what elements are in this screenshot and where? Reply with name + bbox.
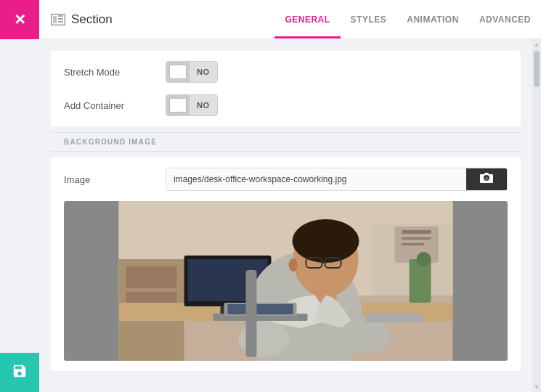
- image-path-input[interactable]: [166, 168, 466, 190]
- scroll-up-arrow[interactable]: ▲: [534, 41, 540, 48]
- svg-rect-9: [126, 266, 177, 288]
- content-wrap: Stretch Mode NO Add Container: [39, 39, 532, 392]
- image-section: Image: [51, 158, 521, 371]
- image-row: Image: [64, 168, 508, 191]
- tabs: GENERAL STYLES ANIMATION ADVANCED: [274, 0, 541, 38]
- svg-point-31: [341, 317, 391, 354]
- content-area: Stretch Mode NO Add Container: [39, 39, 532, 392]
- svg-point-5: [485, 176, 489, 180]
- add-container-toggle[interactable]: NO: [166, 94, 218, 116]
- image-preview: [64, 201, 508, 361]
- tab-general[interactable]: GENERAL: [274, 0, 340, 38]
- svg-rect-16: [402, 243, 424, 245]
- add-container-value: NO: [190, 95, 217, 115]
- stretch-mode-row: Stretch Mode NO: [64, 61, 508, 83]
- stretch-mode-value: NO: [190, 62, 217, 82]
- image-picker-button[interactable]: [466, 168, 507, 190]
- add-container-row: Add Container NO: [64, 94, 508, 116]
- svg-point-28: [289, 258, 298, 271]
- page-title: Section: [71, 12, 274, 27]
- scrollbar[interactable]: ▲ ▼: [532, 39, 541, 392]
- save-button[interactable]: [0, 353, 39, 392]
- bg-section-header: BACKGROUND IMAGE: [51, 132, 521, 152]
- section-icon: [51, 14, 65, 25]
- toggle-knob: [169, 65, 187, 79]
- svg-rect-17: [410, 259, 431, 303]
- scroll-down-arrow[interactable]: ▼: [534, 383, 540, 391]
- image-input-wrap: [166, 168, 508, 191]
- svg-rect-35: [246, 270, 257, 357]
- svg-rect-34: [228, 304, 293, 314]
- toggle-track-2: [166, 95, 190, 115]
- content-outer: Stretch Mode NO Add Container: [39, 39, 541, 392]
- toggle-track: [166, 62, 190, 82]
- main-panel: Section GENERAL STYLES ANIMATION ADVANCE…: [39, 0, 541, 392]
- header: Section GENERAL STYLES ANIMATION ADVANCE…: [39, 0, 541, 39]
- svg-rect-36: [366, 314, 424, 322]
- sidebar: ✕: [0, 0, 39, 392]
- stretch-mode-toggle[interactable]: NO: [166, 61, 218, 83]
- office-image: [64, 201, 508, 361]
- tab-styles[interactable]: STYLES: [341, 0, 397, 38]
- close-button[interactable]: ✕: [0, 0, 39, 39]
- scroll-thumb[interactable]: [534, 51, 540, 87]
- svg-rect-18: [417, 252, 431, 266]
- svg-rect-15: [402, 237, 431, 240]
- tab-animation[interactable]: ANIMATION: [396, 0, 469, 38]
- save-icon: [12, 363, 28, 383]
- svg-point-24: [293, 219, 359, 263]
- svg-rect-14: [402, 230, 431, 234]
- svg-rect-1: [53, 16, 57, 23]
- toggle-knob-2: [169, 98, 187, 113]
- image-label: Image: [64, 174, 166, 185]
- camera-icon: [479, 172, 494, 187]
- bg-section-wrap: BACKGROUND IMAGE: [51, 126, 521, 158]
- stretch-mode-label: Stretch Mode: [64, 67, 166, 78]
- form-card: Stretch Mode NO Add Container: [51, 51, 521, 126]
- add-container-label: Add Container: [64, 100, 166, 111]
- close-icon: ✕: [14, 11, 26, 28]
- tab-advanced[interactable]: ADVANCED: [469, 0, 541, 38]
